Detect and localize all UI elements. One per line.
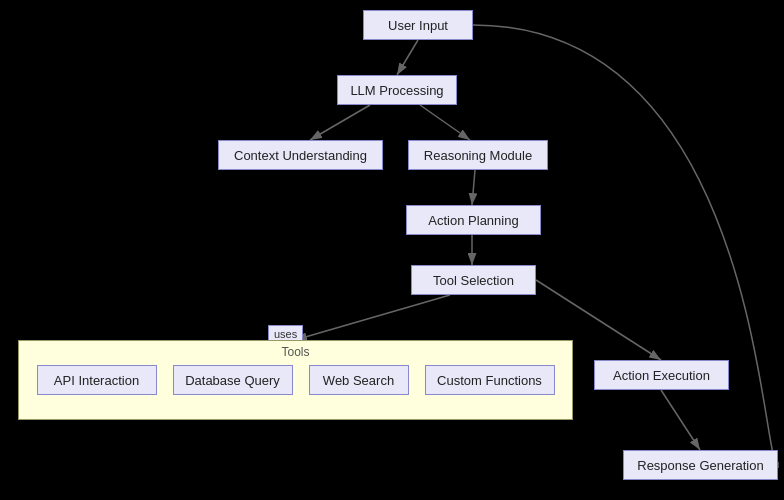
- svg-line-8: [661, 390, 700, 450]
- reasoning-module-node: Reasoning Module: [408, 140, 548, 170]
- tool-selection-label: Tool Selection: [433, 273, 514, 288]
- llm-processing-label: LLM Processing: [350, 83, 443, 98]
- tools-container-label: Tools: [281, 345, 309, 359]
- llm-processing-node: LLM Processing: [337, 75, 457, 105]
- database-query-label: Database Query: [185, 373, 280, 388]
- tools-row: API Interaction Database Query Web Searc…: [27, 365, 565, 405]
- svg-line-1: [397, 40, 418, 75]
- action-planning-node: Action Planning: [406, 205, 541, 235]
- action-execution-node: Action Execution: [594, 360, 729, 390]
- context-understanding-node: Context Understanding: [218, 140, 383, 170]
- svg-line-2: [310, 105, 370, 140]
- database-query-node: Database Query: [173, 365, 293, 395]
- svg-line-4: [472, 170, 475, 205]
- response-generation-node: Response Generation: [623, 450, 778, 480]
- response-generation-label: Response Generation: [637, 458, 763, 473]
- svg-line-6: [295, 295, 450, 340]
- api-interaction-node: API Interaction: [37, 365, 157, 395]
- svg-line-3: [420, 105, 470, 140]
- action-planning-label: Action Planning: [428, 213, 518, 228]
- tool-selection-node: Tool Selection: [411, 265, 536, 295]
- api-interaction-label: API Interaction: [54, 373, 139, 388]
- tools-container: Tools API Interaction Database Query Web…: [18, 340, 573, 420]
- user-input-node: User Input: [363, 10, 473, 40]
- custom-functions-node: Custom Functions: [425, 365, 555, 395]
- web-search-label: Web Search: [323, 373, 394, 388]
- web-search-node: Web Search: [309, 365, 409, 395]
- diagram: User Input LLM Processing Context Unders…: [0, 0, 784, 500]
- custom-functions-label: Custom Functions: [437, 373, 542, 388]
- context-understanding-label: Context Understanding: [234, 148, 367, 163]
- reasoning-module-label: Reasoning Module: [424, 148, 532, 163]
- action-execution-label: Action Execution: [613, 368, 710, 383]
- user-input-label: User Input: [388, 18, 448, 33]
